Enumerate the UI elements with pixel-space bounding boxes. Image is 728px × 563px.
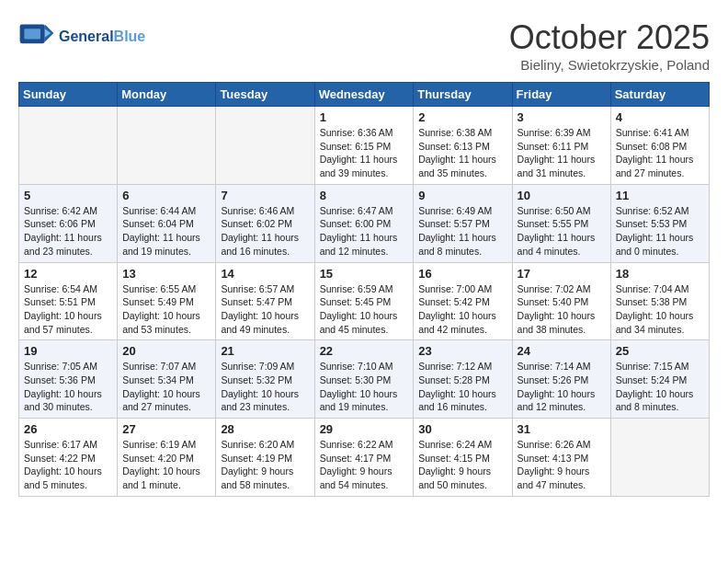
svg-rect-1 — [24, 29, 40, 39]
weekday-row: SundayMondayTuesdayWednesdayThursdayFrid… — [19, 83, 710, 107]
calendar-cell: 8Sunrise: 6:47 AM Sunset: 6:00 PM Daylig… — [314, 184, 414, 262]
calendar-cell: 2Sunrise: 6:38 AM Sunset: 6:13 PM Daylig… — [414, 107, 512, 185]
day-info: Sunrise: 7:10 AM Sunset: 5:30 PM Dayligh… — [320, 360, 409, 414]
calendar-cell: 22Sunrise: 7:10 AM Sunset: 5:30 PM Dayli… — [314, 340, 414, 419]
title-block: October 2025 Bieliny, Swietokrzyskie, Po… — [509, 18, 710, 73]
day-info: Sunrise: 7:09 AM Sunset: 5:32 PM Dayligh… — [221, 360, 309, 414]
day-info: Sunrise: 6:39 AM Sunset: 6:11 PM Dayligh… — [518, 126, 606, 180]
day-number: 25 — [616, 344, 704, 358]
day-number: 22 — [320, 344, 409, 358]
day-info: Sunrise: 6:22 AM Sunset: 4:17 PM Dayligh… — [320, 438, 409, 492]
day-info: Sunrise: 7:00 AM Sunset: 5:42 PM Dayligh… — [418, 282, 506, 337]
day-info: Sunrise: 7:05 AM Sunset: 5:36 PM Dayligh… — [24, 360, 112, 414]
weekday-header-friday: Friday — [512, 83, 610, 107]
header: GeneralBlue October 2025 Bieliny, Swieto… — [18, 18, 710, 73]
calendar-week-row: 1Sunrise: 6:36 AM Sunset: 6:15 PM Daylig… — [19, 107, 710, 185]
calendar-cell: 13Sunrise: 6:55 AM Sunset: 5:49 PM Dayli… — [118, 262, 216, 340]
calendar-cell: 23Sunrise: 7:12 AM Sunset: 5:28 PM Dayli… — [414, 340, 512, 419]
calendar-cell: 19Sunrise: 7:05 AM Sunset: 5:36 PM Dayli… — [19, 340, 118, 419]
day-info: Sunrise: 6:52 AM Sunset: 5:53 PM Dayligh… — [616, 204, 704, 259]
day-info: Sunrise: 6:19 AM Sunset: 4:20 PM Dayligh… — [122, 438, 210, 492]
calendar-cell: 25Sunrise: 7:15 AM Sunset: 5:24 PM Dayli… — [610, 340, 709, 419]
calendar-cell: 5Sunrise: 6:42 AM Sunset: 6:06 PM Daylig… — [19, 184, 118, 262]
calendar-cell: 11Sunrise: 6:52 AM Sunset: 5:53 PM Dayli… — [610, 184, 709, 262]
day-number: 30 — [418, 422, 506, 436]
calendar-cell: 31Sunrise: 6:26 AM Sunset: 4:13 PM Dayli… — [512, 419, 610, 497]
day-info: Sunrise: 7:12 AM Sunset: 5:28 PM Dayligh… — [418, 360, 506, 414]
calendar-cell: 12Sunrise: 6:54 AM Sunset: 5:51 PM Dayli… — [19, 262, 118, 340]
day-number: 4 — [616, 110, 704, 124]
day-info: Sunrise: 6:49 AM Sunset: 5:57 PM Dayligh… — [418, 204, 506, 259]
day-info: Sunrise: 6:55 AM Sunset: 5:49 PM Dayligh… — [122, 282, 210, 337]
day-number: 18 — [616, 267, 704, 281]
day-number: 28 — [221, 422, 309, 436]
day-number: 9 — [418, 189, 506, 202]
calendar-cell: 28Sunrise: 6:20 AM Sunset: 4:19 PM Dayli… — [216, 419, 314, 497]
weekday-header-sunday: Sunday — [19, 83, 118, 107]
day-info: Sunrise: 7:04 AM Sunset: 5:38 PM Dayligh… — [616, 282, 704, 337]
day-number: 10 — [518, 189, 606, 202]
day-info: Sunrise: 7:07 AM Sunset: 5:34 PM Dayligh… — [122, 360, 210, 414]
calendar-cell: 16Sunrise: 7:00 AM Sunset: 5:42 PM Dayli… — [414, 262, 512, 340]
day-number: 17 — [518, 267, 606, 281]
day-info: Sunrise: 6:17 AM Sunset: 4:22 PM Dayligh… — [24, 438, 112, 492]
day-number: 29 — [320, 422, 409, 436]
weekday-header-tuesday: Tuesday — [216, 83, 314, 107]
day-number: 31 — [518, 422, 606, 436]
month-title: October 2025 — [509, 18, 710, 57]
logo-icon — [18, 18, 55, 55]
day-number: 23 — [418, 344, 506, 358]
day-number: 2 — [418, 110, 506, 124]
day-info: Sunrise: 6:46 AM Sunset: 6:02 PM Dayligh… — [221, 204, 309, 259]
weekday-header-thursday: Thursday — [414, 83, 512, 107]
day-info: Sunrise: 6:47 AM Sunset: 6:00 PM Dayligh… — [320, 204, 409, 259]
day-info: Sunrise: 6:26 AM Sunset: 4:13 PM Dayligh… — [518, 438, 606, 492]
day-number: 12 — [24, 267, 112, 281]
calendar-cell: 7Sunrise: 6:46 AM Sunset: 6:02 PM Daylig… — [216, 184, 314, 262]
day-number: 15 — [320, 267, 409, 281]
day-number: 20 — [122, 344, 210, 358]
day-info: Sunrise: 6:42 AM Sunset: 6:06 PM Dayligh… — [24, 204, 112, 259]
logo-text: GeneralBlue — [59, 29, 145, 45]
calendar-cell: 30Sunrise: 6:24 AM Sunset: 4:15 PM Dayli… — [414, 419, 512, 497]
day-info: Sunrise: 6:44 AM Sunset: 6:04 PM Dayligh… — [122, 204, 210, 259]
calendar-body: 1Sunrise: 6:36 AM Sunset: 6:15 PM Daylig… — [19, 107, 710, 497]
day-info: Sunrise: 7:02 AM Sunset: 5:40 PM Dayligh… — [518, 282, 606, 337]
calendar-cell — [216, 107, 314, 185]
day-info: Sunrise: 6:20 AM Sunset: 4:19 PM Dayligh… — [221, 438, 309, 492]
day-info: Sunrise: 7:15 AM Sunset: 5:24 PM Dayligh… — [616, 360, 704, 414]
day-number: 21 — [221, 344, 309, 358]
day-number: 26 — [24, 422, 112, 436]
day-number: 7 — [221, 189, 309, 202]
day-info: Sunrise: 6:59 AM Sunset: 5:45 PM Dayligh… — [320, 282, 409, 337]
calendar-cell: 4Sunrise: 6:41 AM Sunset: 6:08 PM Daylig… — [610, 107, 709, 185]
day-number: 3 — [518, 110, 606, 124]
location-subtitle: Bieliny, Swietokrzyskie, Poland — [509, 57, 710, 73]
calendar-cell — [19, 107, 118, 185]
calendar-cell: 18Sunrise: 7:04 AM Sunset: 5:38 PM Dayli… — [610, 262, 709, 340]
calendar-cell: 3Sunrise: 6:39 AM Sunset: 6:11 PM Daylig… — [512, 107, 610, 185]
day-number: 11 — [616, 189, 704, 202]
logo: GeneralBlue — [18, 18, 145, 55]
calendar-cell: 10Sunrise: 6:50 AM Sunset: 5:55 PM Dayli… — [512, 184, 610, 262]
calendar-week-row: 12Sunrise: 6:54 AM Sunset: 5:51 PM Dayli… — [19, 262, 710, 340]
calendar-cell: 26Sunrise: 6:17 AM Sunset: 4:22 PM Dayli… — [19, 419, 118, 497]
calendar-cell: 17Sunrise: 7:02 AM Sunset: 5:40 PM Dayli… — [512, 262, 610, 340]
calendar-cell: 29Sunrise: 6:22 AM Sunset: 4:17 PM Dayli… — [314, 419, 414, 497]
page-container: GeneralBlue October 2025 Bieliny, Swieto… — [0, 0, 728, 506]
day-number: 24 — [518, 344, 606, 358]
day-number: 16 — [418, 267, 506, 281]
calendar-cell: 21Sunrise: 7:09 AM Sunset: 5:32 PM Dayli… — [216, 340, 314, 419]
day-number: 27 — [122, 422, 210, 436]
calendar-week-row: 19Sunrise: 7:05 AM Sunset: 5:36 PM Dayli… — [19, 340, 710, 419]
calendar-table: SundayMondayTuesdayWednesdayThursdayFrid… — [18, 82, 710, 497]
day-info: Sunrise: 6:36 AM Sunset: 6:15 PM Dayligh… — [320, 126, 409, 180]
calendar-week-row: 26Sunrise: 6:17 AM Sunset: 4:22 PM Dayli… — [19, 419, 710, 497]
calendar-cell — [118, 107, 216, 185]
calendar-cell: 24Sunrise: 7:14 AM Sunset: 5:26 PM Dayli… — [512, 340, 610, 419]
day-info: Sunrise: 6:57 AM Sunset: 5:47 PM Dayligh… — [221, 282, 309, 337]
calendar-cell: 1Sunrise: 6:36 AM Sunset: 6:15 PM Daylig… — [314, 107, 414, 185]
day-info: Sunrise: 6:41 AM Sunset: 6:08 PM Dayligh… — [616, 126, 704, 180]
calendar-cell: 9Sunrise: 6:49 AM Sunset: 5:57 PM Daylig… — [414, 184, 512, 262]
day-info: Sunrise: 6:38 AM Sunset: 6:13 PM Dayligh… — [418, 126, 506, 180]
